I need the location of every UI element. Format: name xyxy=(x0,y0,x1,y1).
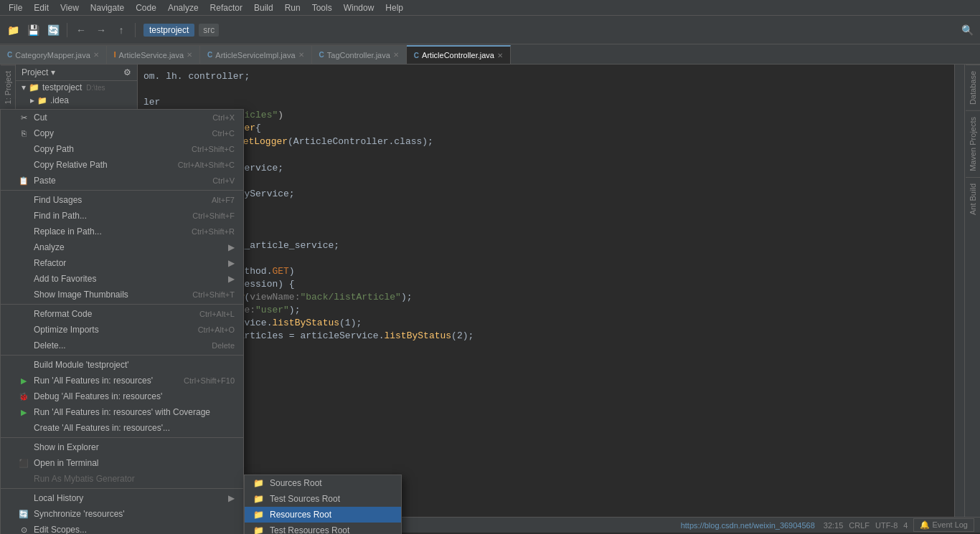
find-icon xyxy=(18,194,29,206)
sub-sources-root[interactable]: 📁 Sources Root xyxy=(245,475,401,491)
sidebar-settings-icon[interactable]: ⚙ xyxy=(123,67,131,77)
src-label[interactable]: src xyxy=(199,24,219,37)
build-icon xyxy=(18,359,29,371)
ctx-replace-path[interactable]: Replace in Path... Ctrl+Shift+R xyxy=(1,224,243,239)
find-path-icon xyxy=(18,210,29,221)
ctx-find-usages[interactable]: Find Usages Alt+F7 xyxy=(1,192,243,208)
ctx-copy[interactable]: ⎘ Copy Ctrl+C xyxy=(1,125,243,141)
ctx-debug-features[interactable]: 🐞 Debug 'All Features in: resources' xyxy=(1,388,243,404)
tab-label: ArticleServiceImpl.java xyxy=(215,51,295,59)
menu-navigate[interactable]: Navigate xyxy=(85,1,130,14)
ctx-open-terminal[interactable]: ⬛ Open in Terminal xyxy=(1,455,243,471)
sidebar-title: Project ▾ xyxy=(22,67,55,77)
java-icon: C xyxy=(319,51,324,59)
sources-folder-icon: 📁 xyxy=(253,478,264,488)
code-line: icle(HttpSession session) { xyxy=(138,278,964,291)
paste-icon: 📋 xyxy=(18,175,29,186)
vtab-project[interactable]: 1: Project xyxy=(1,65,15,110)
tab-close[interactable]: ✕ xyxy=(298,51,304,59)
editor-area[interactable]: om. lh. controller; ler apping("/admin/a… xyxy=(138,65,964,517)
toolbar-right: 🔍 xyxy=(958,22,976,39)
event-log-btn[interactable]: 🔔 Event Log xyxy=(913,518,974,532)
tab-close[interactable]: ✕ xyxy=(393,51,399,59)
ctx-find-path-label: Find in Path... xyxy=(34,211,87,221)
toolbar-search-btn[interactable]: 🔍 xyxy=(958,22,976,39)
ctx-delete[interactable]: Delete... Delete xyxy=(1,338,243,353)
ctx-thumb-shortcut: Ctrl+Shift+T xyxy=(192,290,235,299)
ctx-scope-label: Edit Scopes... xyxy=(34,525,87,534)
tab-articleserviceimpl[interactable]: C ArticleServiceImpl.java ✕ xyxy=(200,45,312,64)
tree-idea[interactable]: ▸ 📁 .idea xyxy=(16,94,137,107)
ctx-run-coverage[interactable]: ▶ Run 'All Features in: resources' with … xyxy=(1,404,243,420)
tab-categorymapper[interactable]: C CategoryMapper.java ✕ xyxy=(0,45,107,64)
tab-articleservice[interactable]: I ArticleService.java ✕ xyxy=(107,45,200,64)
right-tab-ant[interactable]: Ant Build xyxy=(966,177,980,221)
toolbar-back-btn[interactable]: ← xyxy=(72,22,90,39)
tree-testproject[interactable]: ▾ 📁 testproject D:\tes xyxy=(16,81,137,94)
tab-label: ArticleService.java xyxy=(119,51,184,59)
ctx-build-module[interactable]: Build Module 'testproject' xyxy=(1,357,243,373)
toolbar-sync-btn[interactable]: 🔄 xyxy=(44,22,62,39)
menu-build[interactable]: Build xyxy=(248,1,279,14)
ctx-create-label: Create 'All Features in: resources'... xyxy=(34,423,170,433)
tab-tagcontroller[interactable]: C TagController.java ✕ xyxy=(312,45,407,64)
menu-window[interactable]: Window xyxy=(338,1,380,14)
tab-close[interactable]: ✕ xyxy=(497,52,503,59)
menu-refactor[interactable]: Refactor xyxy=(204,1,248,14)
menu-run[interactable]: Run xyxy=(279,1,306,14)
code-line: n.getAttribute( name: "user"); xyxy=(138,304,964,317)
toolbar-up-btn[interactable]: ↑ xyxy=(113,22,130,39)
menu-file[interactable]: File xyxy=(3,1,28,14)
ctx-cut[interactable]: ✂ Cut Ctrl+X xyxy=(1,110,243,125)
ctx-find-path[interactable]: Find in Path... Ctrl+Shift+F xyxy=(1,208,243,224)
ctx-cut-label: Cut xyxy=(34,113,47,123)
ctx-create-features[interactable]: Create 'All Features in: resources'... xyxy=(1,420,243,436)
project-label[interactable]: testproject xyxy=(143,24,194,37)
ctx-run-features[interactable]: ▶ Run 'All Features in: resources' Ctrl+… xyxy=(1,373,243,388)
toolbar-forward-btn[interactable]: → xyxy=(93,22,110,39)
code-line: apping("/admin/articles") xyxy=(138,109,964,122)
ctx-refactor[interactable]: Refactor ▶ xyxy=(1,255,243,271)
menu-edit[interactable]: Edit xyxy=(28,1,55,14)
ctx-sep3 xyxy=(1,355,243,356)
right-tab-database[interactable]: Database xyxy=(966,65,980,110)
right-tab-maven[interactable]: Maven Projects xyxy=(966,110,980,177)
scrollbar[interactable] xyxy=(954,65,964,517)
menu-tools[interactable]: Tools xyxy=(306,1,338,14)
ctx-add-favorites[interactable]: Add to Favorites ▶ xyxy=(1,271,243,287)
sub-resources-root[interactable]: 📁 Resources Root xyxy=(245,507,401,523)
ctx-analyze[interactable]: Analyze ▶ xyxy=(1,239,243,255)
sub-test-sources-root[interactable]: 📁 Test Sources Root xyxy=(245,491,401,507)
ctx-show-explorer[interactable]: Show in Explorer xyxy=(1,439,243,455)
toolbar-open-btn[interactable]: 📁 xyxy=(4,22,22,39)
menu-analyze[interactable]: Analyze xyxy=(162,1,204,14)
code-line: oryService categoryService; xyxy=(138,188,964,201)
tab-close[interactable]: ✕ xyxy=(187,51,192,59)
ctx-analyze-label: Analyze xyxy=(34,242,65,252)
ctx-local-history[interactable]: Local History ▶ xyxy=(1,490,243,506)
code-line: wired xyxy=(138,175,964,188)
code-line: ist<Article> draftArticles = articleServ… xyxy=(138,330,964,343)
ctx-reformat-shortcut: Ctrl+Alt+L xyxy=(199,310,235,318)
tab-articlecontroller[interactable]: C ArticleController.java ✕ xyxy=(407,45,511,64)
ctx-copy-path[interactable]: Copy Path Ctrl+Shift+C xyxy=(1,141,243,157)
code-line: ass ArticleController { xyxy=(138,122,964,135)
tab-close[interactable]: ✕ xyxy=(93,51,99,59)
ctx-reformat[interactable]: Reformat Code Ctrl+Alt+L xyxy=(1,306,243,322)
ctx-sep2 xyxy=(1,304,243,305)
ctx-paste-shortcut: Ctrl+V xyxy=(212,176,235,185)
ctx-optimize[interactable]: Optimize Imports Ctrl+Alt+O xyxy=(1,322,243,338)
menu-code[interactable]: Code xyxy=(130,1,162,14)
ctx-edit-scopes[interactable]: ⊙ Edit Scopes... xyxy=(1,522,243,534)
ctx-synchronize[interactable]: 🔄 Synchronize 'resources' xyxy=(1,506,243,522)
ctx-paste[interactable]: 📋 Paste Ctrl+V xyxy=(1,173,243,189)
ctx-thumbnails[interactable]: Show Image Thumbnails Ctrl+Shift+T xyxy=(1,287,243,302)
resources-folder-icon: 📁 xyxy=(253,510,264,520)
ctx-replace-label: Replace in Path... xyxy=(34,227,102,237)
project-icon: 📁 xyxy=(29,82,39,92)
toolbar-save-btn[interactable]: 💾 xyxy=(24,22,42,39)
menu-view[interactable]: View xyxy=(55,1,85,14)
ctx-copy-rel-path[interactable]: Copy Relative Path Ctrl+Alt+Shift+C xyxy=(1,157,243,173)
menu-help[interactable]: Help xyxy=(380,1,409,14)
sub-test-resources-root[interactable]: 📁 Test Resources Root xyxy=(245,523,401,534)
